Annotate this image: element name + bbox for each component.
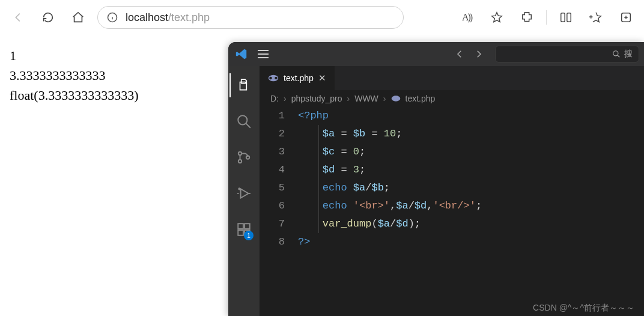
nav-forward-button[interactable] (473, 49, 484, 59)
search-placeholder: 搜 (624, 49, 633, 59)
svg-point-15 (238, 160, 242, 163)
svg-line-11 (618, 55, 620, 58)
extension-badge: 1 (244, 231, 254, 240)
home-button[interactable] (67, 7, 89, 28)
svg-point-17 (238, 188, 240, 189)
collections-button[interactable] (615, 7, 637, 28)
svg-rect-21 (245, 223, 250, 229)
source-control-button[interactable] (229, 145, 258, 169)
menu-button[interactable] (255, 46, 272, 62)
svg-rect-3 (561, 13, 565, 22)
nav-back-button[interactable] (454, 49, 465, 59)
svg-point-25 (391, 96, 400, 101)
search-icon (612, 50, 621, 58)
code-editor[interactable]: 12345678 <?php $a = $b = 10; $c = 0; $d … (260, 107, 644, 316)
svg-point-24 (275, 77, 278, 80)
run-debug-button[interactable] (229, 181, 258, 205)
address-bar[interactable]: localhost/text.php (97, 6, 404, 29)
editor-tabs: text.php ✕ (260, 66, 644, 90)
vscode-window: 搜 1 (228, 42, 644, 316)
browser-toolbar: localhost/text.php A)) (0, 0, 644, 35)
vscode-titlebar[interactable]: 搜 (228, 42, 644, 66)
svg-point-23 (269, 77, 272, 80)
close-tab-button[interactable]: ✕ (318, 73, 326, 84)
svg-line-13 (246, 123, 251, 128)
svg-point-10 (613, 51, 618, 56)
watermark: CSDN @^～^前行者～～～ (533, 303, 634, 314)
line-gutter: 12345678 (260, 107, 298, 316)
site-info-icon[interactable] (106, 11, 118, 23)
vscode-logo-icon (232, 47, 251, 61)
refresh-button[interactable] (37, 7, 59, 28)
read-aloud-button[interactable]: A)) (456, 7, 478, 28)
command-search[interactable]: 搜 (495, 46, 639, 62)
php-file-icon (391, 95, 401, 102)
extensions-panel-button[interactable]: 1 (229, 217, 258, 242)
svg-point-14 (238, 152, 242, 155)
svg-point-12 (238, 115, 247, 124)
favorites-bar-button[interactable] (585, 7, 607, 28)
svg-rect-4 (567, 13, 571, 22)
explorer-button[interactable] (229, 73, 258, 97)
svg-rect-19 (238, 230, 243, 235)
svg-rect-18 (238, 223, 243, 229)
php-file-icon (268, 74, 279, 82)
tab-label: text.php (284, 73, 314, 83)
favorite-button[interactable] (486, 7, 508, 28)
back-button[interactable] (7, 7, 29, 28)
split-screen-button[interactable] (555, 7, 577, 28)
activity-bar: 1 (228, 66, 260, 316)
search-button[interactable] (229, 109, 258, 133)
tab-text-php[interactable]: text.php ✕ (260, 66, 335, 90)
breadcrumb[interactable]: D:› phpstudy_pro› WWW› text.php (260, 90, 644, 107)
url-text: localhost/text.php (126, 11, 210, 24)
code-lines[interactable]: <?php $a = $b = 10; $c = 0; $d = 3; echo… (298, 107, 644, 316)
toolbar-separator (546, 10, 547, 25)
extensions-button[interactable] (516, 7, 538, 28)
